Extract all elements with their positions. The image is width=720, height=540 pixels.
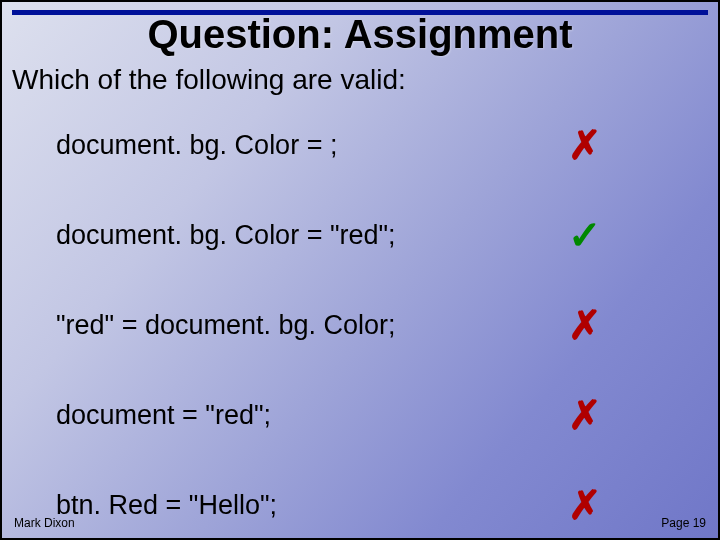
footer-author: Mark Dixon	[14, 516, 75, 530]
question-prompt: Which of the following are valid:	[12, 64, 406, 96]
code-text: btn. Red = "Hello";	[56, 490, 277, 521]
list-item: btn. Red = "Hello"; ✗	[56, 482, 688, 528]
code-text: document. bg. Color = ;	[56, 130, 337, 161]
cross-icon: ✗	[568, 392, 688, 438]
cross-icon: ✗	[568, 122, 688, 168]
slide-title: Question: Assignment	[2, 12, 718, 57]
code-text: document = "red";	[56, 400, 271, 431]
footer-page: Page 19	[661, 516, 706, 530]
code-text: "red" = document. bg. Color;	[56, 310, 396, 341]
list-item: document. bg. Color = "red"; ✓	[56, 212, 688, 258]
list-item: "red" = document. bg. Color; ✗	[56, 302, 688, 348]
cross-icon: ✗	[568, 302, 688, 348]
list-item: document = "red"; ✗	[56, 392, 688, 438]
slide: Question: Assignment Which of the follow…	[0, 0, 720, 540]
list-item: document. bg. Color = ; ✗	[56, 122, 688, 168]
code-text: document. bg. Color = "red";	[56, 220, 396, 251]
check-icon: ✓	[568, 212, 688, 258]
answer-list: document. bg. Color = ; ✗ document. bg. …	[56, 122, 688, 540]
